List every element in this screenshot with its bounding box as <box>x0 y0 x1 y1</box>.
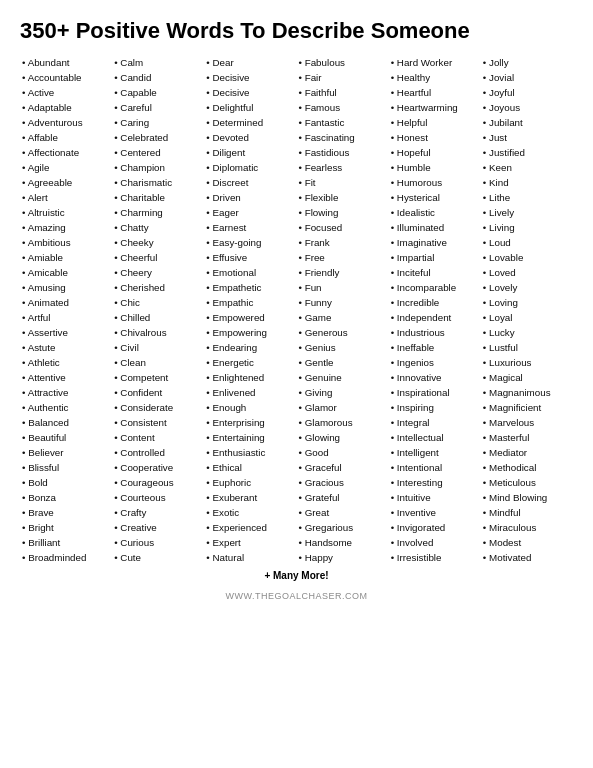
word-item: Hysterical <box>389 191 477 206</box>
word-item: Altruistic <box>20 206 108 221</box>
word-item: Affable <box>20 131 108 146</box>
word-item: Funny <box>297 296 385 311</box>
word-item: Fantastic <box>297 116 385 131</box>
word-item: Famous <box>297 101 385 116</box>
word-item: Modest <box>481 536 569 551</box>
word-item: Empathetic <box>204 281 292 296</box>
word-item: Incredible <box>389 296 477 311</box>
word-item: Enough <box>204 401 292 416</box>
word-item: Competent <box>112 371 200 386</box>
word-item: Intentional <box>389 461 477 476</box>
word-item: Keen <box>481 161 569 176</box>
word-item: Invigorated <box>389 521 477 536</box>
word-item: Diligent <box>204 146 292 161</box>
word-item: Courageous <box>112 476 200 491</box>
word-item: Magical <box>481 371 569 386</box>
word-item: Motivated <box>481 551 569 566</box>
word-item: Authentic <box>20 401 108 416</box>
word-item: Jolly <box>481 56 569 71</box>
word-item: Imaginative <box>389 236 477 251</box>
word-item: Gentle <box>297 356 385 371</box>
word-item: Idealistic <box>389 206 477 221</box>
word-item: Natural <box>204 551 292 566</box>
word-item: Amusing <box>20 281 108 296</box>
word-item: Just <box>481 131 569 146</box>
word-item: Chatty <box>112 221 200 236</box>
word-item: Mediator <box>481 446 569 461</box>
word-item: Bonza <box>20 491 108 506</box>
word-item: Friendly <box>297 266 385 281</box>
word-item: Gracious <box>297 476 385 491</box>
word-item: Candid <box>112 71 200 86</box>
word-item: Inspiring <box>389 401 477 416</box>
word-item: Methodical <box>481 461 569 476</box>
word-item: Blissful <box>20 461 108 476</box>
word-item: Healthy <box>389 71 477 86</box>
word-item: Enthusiastic <box>204 446 292 461</box>
word-item: Empathic <box>204 296 292 311</box>
word-item: Ingenios <box>389 356 477 371</box>
word-item: Honest <box>389 131 477 146</box>
word-item: Great <box>297 506 385 521</box>
word-item: Marvelous <box>481 416 569 431</box>
word-item: Delightful <box>204 101 292 116</box>
word-item: Humble <box>389 161 477 176</box>
word-item: Game <box>297 311 385 326</box>
word-item: Flexible <box>297 191 385 206</box>
word-item: Loyal <box>481 311 569 326</box>
word-item: Assertive <box>20 326 108 341</box>
column-5: Hard WorkerHealthyHeartfulHeartwarmingHe… <box>389 56 481 565</box>
word-item: Miraculous <box>481 521 569 536</box>
word-item: Clean <box>112 356 200 371</box>
word-item: Fun <box>297 281 385 296</box>
word-item: Interesting <box>389 476 477 491</box>
word-item: Intuitive <box>389 491 477 506</box>
word-item: Driven <box>204 191 292 206</box>
word-item: Justified <box>481 146 569 161</box>
word-item: Broadminded <box>20 551 108 566</box>
word-item: Astute <box>20 341 108 356</box>
word-item: Ambitious <box>20 236 108 251</box>
word-item: Flowing <box>297 206 385 221</box>
word-item: Genuine <box>297 371 385 386</box>
word-item: Content <box>112 431 200 446</box>
word-item: Careful <box>112 101 200 116</box>
word-item: Empowering <box>204 326 292 341</box>
word-item: Lovable <box>481 251 569 266</box>
word-item: Hopeful <box>389 146 477 161</box>
word-item: Effusive <box>204 251 292 266</box>
word-item: Cheeky <box>112 236 200 251</box>
word-item: Believer <box>20 446 108 461</box>
word-item: Active <box>20 86 108 101</box>
word-item: Inspirational <box>389 386 477 401</box>
word-item: Easy-going <box>204 236 292 251</box>
word-item: Curious <box>112 536 200 551</box>
word-item: Living <box>481 221 569 236</box>
word-item: Confident <box>112 386 200 401</box>
word-item: Accountable <box>20 71 108 86</box>
word-item: Mind Blowing <box>481 491 569 506</box>
word-item: Inventive <box>389 506 477 521</box>
word-item: Artful <box>20 311 108 326</box>
word-item: Energetic <box>204 356 292 371</box>
word-item: Beautiful <box>20 431 108 446</box>
word-item: Expert <box>204 536 292 551</box>
word-item: Amazing <box>20 221 108 236</box>
word-item: Enlightened <box>204 371 292 386</box>
word-item: Focused <box>297 221 385 236</box>
word-item: Eager <box>204 206 292 221</box>
column-2: CalmCandidCapableCarefulCaringCelebrated… <box>112 56 204 565</box>
word-item: Enterprising <box>204 416 292 431</box>
word-item: Amiable <box>20 251 108 266</box>
word-item: Decisive <box>204 71 292 86</box>
word-item: Decisive <box>204 86 292 101</box>
word-item: Good <box>297 446 385 461</box>
word-item: Luxurious <box>481 356 569 371</box>
word-item: Inciteful <box>389 266 477 281</box>
word-item: Jovial <box>481 71 569 86</box>
word-item: Jubilant <box>481 116 569 131</box>
word-item: Alert <box>20 191 108 206</box>
word-item: Fascinating <box>297 131 385 146</box>
word-item: Irresistible <box>389 551 477 566</box>
word-item: Bold <box>20 476 108 491</box>
